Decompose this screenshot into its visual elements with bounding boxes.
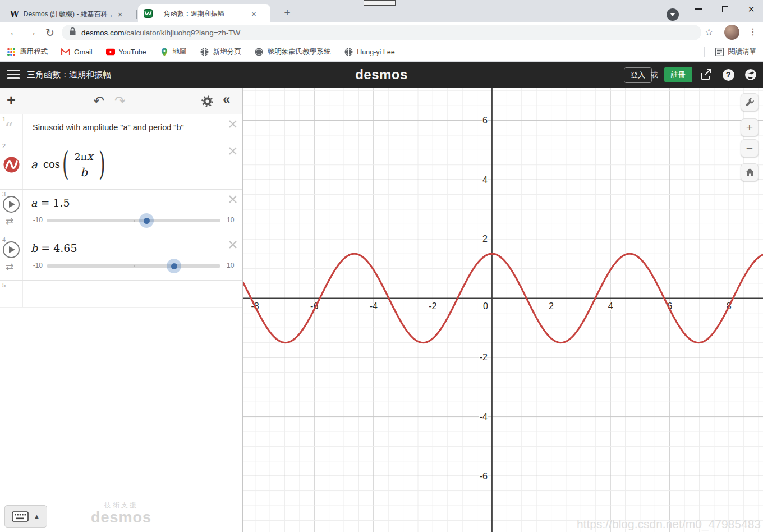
svg-text:0: 0 xyxy=(483,301,488,311)
slider-handle[interactable] xyxy=(167,259,181,273)
new-tab-button[interactable]: + xyxy=(281,7,294,20)
row-number: 5 xyxy=(2,282,6,288)
language-globe-button[interactable] xyxy=(744,68,757,81)
reload-button[interactable]: ↻ xyxy=(42,24,58,41)
bookmark-youtube[interactable]: YouTube xyxy=(106,48,146,57)
delete-row-button[interactable] xyxy=(228,146,238,158)
loop-direction-icon[interactable]: ⇄ xyxy=(6,261,13,273)
panel-watermark: 技術支援 desmos xyxy=(0,501,242,525)
expression-row-function[interactable]: 2 a cos ( 2πx b ) xyxy=(0,141,242,190)
svg-text:4: 4 xyxy=(608,301,613,311)
tab-close-icon[interactable]: × xyxy=(118,10,123,19)
bookmark-gmail[interactable]: Gmail xyxy=(61,48,93,57)
gutter-divider xyxy=(22,190,23,235)
window-maximize-button[interactable] xyxy=(713,0,737,18)
play-icon xyxy=(9,246,15,253)
desmos-favicon-icon xyxy=(144,9,153,18)
minimize-icon xyxy=(695,8,702,10)
open-paren: ( xyxy=(62,145,69,183)
signup-button[interactable]: 註冊 xyxy=(664,67,692,82)
slider-track[interactable] xyxy=(47,219,220,222)
note-text[interactable]: Sinusoid with amplitude "a" and period "… xyxy=(33,123,184,132)
browser-toolbar: ← → ↻ desmos.com/calculator/kihjluohq9?l… xyxy=(0,22,763,43)
expression-row-note[interactable]: 1 “ Sinusoid with amplitude "a" and peri… xyxy=(0,114,242,141)
tab-desmos-active[interactable]: 三角函數：週期和振幅 × xyxy=(138,4,270,22)
collapse-panel-button[interactable]: « xyxy=(223,91,230,107)
svg-text:-2: -2 xyxy=(480,352,488,362)
loop-direction-icon[interactable]: ⇄ xyxy=(6,215,13,227)
delete-row-button[interactable] xyxy=(228,194,238,207)
slider-max-label[interactable]: 10 xyxy=(227,216,234,224)
zoom-out-button[interactable]: − xyxy=(741,139,759,157)
slider-max-label[interactable]: 10 xyxy=(227,262,234,269)
question-mark-icon: ? xyxy=(723,69,734,81)
graph-canvas[interactable]: -8-6-4-202468-6-4-2246 xyxy=(243,88,763,532)
browser-tab-bar: W Desmos (計數機) - 維基百科，自 × 三角函數：週期和振幅 × +… xyxy=(0,0,763,22)
expression-latex[interactable]: a cos ( 2πx b ) xyxy=(31,149,107,179)
gutter-divider xyxy=(22,235,23,280)
bookmark-maps[interactable]: 地圖 xyxy=(160,47,187,57)
slider-definition[interactable]: a = 1.5 xyxy=(31,196,70,209)
play-slider-button[interactable] xyxy=(3,196,20,213)
wikipedia-favicon-icon: W xyxy=(10,10,19,19)
reading-list-icon xyxy=(715,48,724,57)
bookmark-newtab[interactable]: 新增分頁 xyxy=(200,47,241,57)
tab-close-icon[interactable]: × xyxy=(251,10,256,18)
home-viewport-button[interactable] xyxy=(741,163,759,181)
bookmark-teaching-system[interactable]: 聰明象蒙氏教學系統 xyxy=(255,47,331,57)
tab-wikipedia[interactable]: W Desmos (計數機) - 維基百科，自 × xyxy=(4,6,136,22)
slider-definition[interactable]: b = 4.65 xyxy=(31,242,77,254)
slider-handle-dot xyxy=(171,263,177,269)
gutter-divider xyxy=(22,281,23,307)
address-bar[interactable]: desmos.com/calculator/kihjluohq9?lang=zh… xyxy=(62,25,701,40)
bookmark-hungyi-lee[interactable]: Hung-yi Lee xyxy=(344,48,394,57)
browser-menu-icon[interactable]: ⋮ xyxy=(748,26,757,37)
help-button[interactable]: ? xyxy=(721,68,735,81)
row-number: 2 xyxy=(2,143,6,149)
function-cos: cos xyxy=(43,158,60,170)
slider-min-label[interactable]: -10 xyxy=(26,216,43,224)
close-paren: ) xyxy=(99,145,105,183)
bookmark-star-icon[interactable]: ☆ xyxy=(705,26,713,38)
curve-color-icon[interactable] xyxy=(3,157,20,175)
bookmark-apps[interactable]: 應用程式 xyxy=(7,47,48,57)
fraction: 2πx b xyxy=(72,149,96,179)
slider-zero-tick xyxy=(134,220,135,222)
add-expression-button[interactable]: + xyxy=(7,92,16,109)
globe-icon xyxy=(255,48,264,57)
reading-list-button[interactable]: 閱讀清單 xyxy=(704,47,756,57)
url-text: desmos.com/calculator/kihjluohq9?lang=zh… xyxy=(81,29,240,37)
play-icon xyxy=(9,201,15,208)
expression-row-empty[interactable]: 5 xyxy=(0,281,242,308)
row-number: 3 xyxy=(2,191,6,198)
forward-button[interactable]: → xyxy=(24,24,40,41)
svg-text:-2: -2 xyxy=(429,301,436,311)
slider-track[interactable] xyxy=(47,264,220,268)
profile-avatar[interactable] xyxy=(724,25,739,40)
window-close-button[interactable]: × xyxy=(739,0,763,18)
graph-settings-wrench-button[interactable] xyxy=(741,93,759,111)
slider-min-label[interactable]: -10 xyxy=(26,262,43,269)
tab-title: 三角函數：週期和振幅 xyxy=(157,9,247,19)
zoom-in-button[interactable]: + xyxy=(741,118,759,136)
window-minimize-button[interactable] xyxy=(687,0,710,18)
play-slider-button[interactable] xyxy=(3,241,20,258)
svg-text:2: 2 xyxy=(549,301,554,311)
graph-settings-gear-button[interactable] xyxy=(201,95,214,111)
expression-row-slider-b[interactable]: 4 ⇄ b = 4.65 -10 10 xyxy=(0,235,242,281)
denominator: b xyxy=(80,164,88,179)
tab-search-button[interactable] xyxy=(667,8,679,21)
slider-handle[interactable] xyxy=(139,213,154,228)
delete-row-button[interactable] xyxy=(228,119,238,131)
chevron-down-icon xyxy=(670,13,675,16)
note-quote-icon: “ xyxy=(4,119,13,139)
login-button[interactable]: 登入 xyxy=(624,67,652,83)
numerator: 2πx xyxy=(72,149,96,164)
share-button[interactable] xyxy=(699,68,713,81)
expression-row-slider-a[interactable]: 3 ⇄ a = 1.5 -10 10 xyxy=(0,190,242,235)
slider-zero-tick xyxy=(134,265,135,267)
graph-paper[interactable]: -8-6-4-202468-6-4-2246 + − https://blog.… xyxy=(243,88,763,532)
back-button[interactable]: ← xyxy=(6,24,22,41)
delete-row-button[interactable] xyxy=(228,240,238,252)
undo-button[interactable]: ↶ xyxy=(93,93,104,109)
